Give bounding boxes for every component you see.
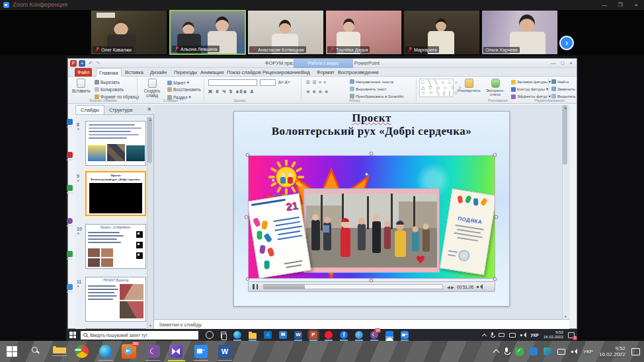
maximize-icon[interactable]: ❐	[614, 1, 626, 9]
slide-thumbnail-11[interactable]: ПРОЄКТ Ворening	[85, 277, 146, 322]
defender-shield-icon[interactable]	[515, 347, 524, 356]
slide-thumbnail-8[interactable]	[85, 121, 146, 166]
tray-keyboard-icon[interactable]	[499, 333, 504, 337]
local-language-indicator[interactable]: УКР	[583, 349, 593, 355]
notification-center-icon[interactable]: 1	[568, 332, 575, 338]
reset-button[interactable]: Восстановить	[167, 87, 201, 92]
desktop-icon[interactable]	[67, 185, 73, 191]
tab-format[interactable]: Формат	[314, 68, 337, 77]
desktop-icon[interactable]	[67, 152, 73, 158]
new-slide-button[interactable]: Создать слайд	[141, 79, 163, 98]
local-word-icon[interactable]: W	[218, 345, 231, 358]
selection-handle[interactable]	[493, 277, 497, 281]
shapes-gallery[interactable]: □ ╲ ╲ ○ □ ○ △ ▽ ◇ ○ ☆ ○ ☆ ─ ╲ ( ) ☆	[419, 79, 454, 97]
tab-view[interactable]: Вид	[298, 68, 313, 77]
tab-review[interactable]: Рецензирование	[260, 68, 303, 77]
canvas-scrollbar[interactable]: ▲ ▼	[562, 105, 569, 319]
tab-transitions[interactable]: Переходы	[171, 68, 200, 77]
viber-icon[interactable]: 10	[370, 331, 378, 339]
video-tile-active-speaker[interactable]: Альона Левшина	[169, 10, 246, 55]
tab-insert[interactable]: Вставка	[122, 68, 146, 77]
tray-chevron-icon[interactable]	[493, 349, 499, 356]
tray-app-icon-blue[interactable]	[530, 347, 538, 355]
zoom-app-taskbar-icon[interactable]	[401, 331, 409, 339]
cortana-icon[interactable]	[206, 331, 214, 339]
tray-mic-icon[interactable]	[491, 332, 494, 338]
layout-button[interactable]: Макет▾	[167, 80, 189, 85]
list-indent-buttons[interactable]: ☰ ☰ ≡ ≡	[306, 80, 327, 85]
align-text-button[interactable]: Выровнять текст	[350, 87, 387, 91]
scrollbar-thumb[interactable]	[147, 117, 152, 163]
task-view-icon[interactable]	[221, 332, 226, 338]
local-edge-icon[interactable]	[99, 345, 112, 358]
font-style-buttons[interactable]: Ж К Ч S абв А	[208, 89, 255, 94]
arrange-button[interactable]: Упорядочить	[457, 79, 481, 92]
mail-icon[interactable]: ✉	[279, 331, 287, 339]
scrollbar-thumb[interactable]	[563, 105, 567, 164]
tray-chevron-icon[interactable]	[482, 333, 487, 338]
desktop-icon[interactable]	[67, 284, 73, 290]
browser-globe-icon[interactable]	[355, 331, 363, 339]
current-slide[interactable]: Проєкт Волонтерський рух «Добрі сердечка…	[233, 111, 510, 307]
chrome-icon[interactable]	[75, 345, 89, 358]
ppt-minimize-icon[interactable]: —	[550, 60, 555, 66]
replace-button[interactable]: Заменить	[551, 87, 575, 91]
local-zoom-icon[interactable]	[194, 345, 208, 358]
mail-client-icon[interactable]: 293	[122, 344, 136, 359]
desktop-icon[interactable]	[67, 251, 73, 257]
notes-pane[interactable]: Заметки к слайду	[154, 319, 569, 330]
desktop-icon[interactable]	[67, 119, 73, 125]
local-file-explorer-icon[interactable]	[53, 347, 66, 353]
ppt-maximize-icon[interactable]: □	[561, 60, 564, 66]
grow-shrink-font-buttons[interactable]: A˄ A˅	[278, 80, 290, 85]
movie-maker-icon-active[interactable]	[169, 345, 182, 358]
video-progress-track[interactable]	[263, 284, 443, 289]
tab-design[interactable]: Дизайн	[147, 68, 169, 77]
file-explorer-icon[interactable]	[249, 333, 257, 339]
edge-icon[interactable]	[233, 331, 241, 339]
select-button[interactable]: Выделить	[551, 94, 576, 98]
close-icon[interactable]: ×	[630, 1, 642, 9]
tab-slideshow[interactable]: Показ слайдов	[224, 68, 264, 77]
tab-slides-thumbnails[interactable]: Слайды	[75, 105, 104, 114]
scroll-down-icon[interactable]: ▼	[563, 314, 568, 318]
video-tile[interactable]: Маргарита	[403, 10, 480, 55]
tab-file[interactable]: Файл	[75, 68, 92, 77]
panel-close-icon[interactable]: ✕	[147, 106, 151, 112]
selection-handle[interactable]	[370, 152, 373, 155]
selection-handle[interactable]	[495, 215, 498, 219]
volume-icon[interactable]	[477, 284, 483, 289]
tray-volume-icon[interactable]	[520, 332, 526, 338]
minimize-icon[interactable]: —	[598, 1, 610, 9]
powerpoint-icon-active[interactable]: P	[309, 331, 317, 339]
cut-button[interactable]: Вырезать	[95, 80, 120, 85]
start-button[interactable]	[69, 332, 76, 338]
scroll-up-icon[interactable]: ▲	[148, 118, 153, 122]
desktop-icon[interactable]	[67, 218, 73, 224]
alignment-buttons[interactable]: ≣ ≣ ≣ ≣	[306, 89, 329, 94]
tab-playback[interactable]: Воспроизведение	[335, 68, 382, 77]
find-button[interactable]: Найти	[551, 79, 569, 84]
local-start-button[interactable]	[7, 346, 17, 357]
tray-network-icon[interactable]	[557, 349, 565, 355]
text-direction-button[interactable]: Направление текста	[350, 79, 393, 84]
local-search-icon[interactable]	[32, 347, 45, 360]
shape-fill-button[interactable]: Заливка фигуры▾	[511, 79, 551, 85]
slide-thumbnail-10[interactable]: Проєкт «О-МанМейк»	[85, 224, 146, 269]
frame-back-forward-icons[interactable]: ◀ ▶	[447, 285, 454, 289]
ppt-close-icon[interactable]: ×	[569, 60, 573, 66]
facebook-icon[interactable]: f	[340, 331, 348, 339]
store-icon[interactable]: ⌂	[264, 331, 272, 339]
selection-handle[interactable]	[370, 279, 373, 282]
scroll-up-icon[interactable]: ▲	[563, 106, 568, 110]
tray-mic-icon[interactable]	[504, 347, 509, 355]
local-viber-icon[interactable]	[147, 345, 160, 358]
selection-handle[interactable]	[245, 215, 248, 219]
embedded-video-frame[interactable]: 21	[248, 155, 495, 279]
tray-display-icon[interactable]	[509, 333, 516, 338]
opera-icon[interactable]	[325, 331, 333, 339]
video-tile[interactable]: Трулёва Дарья	[325, 10, 402, 55]
quick-styles-button[interactable]: Экспресс-стили	[482, 79, 508, 96]
local-notification-center-icon[interactable]	[631, 348, 640, 355]
panel-scrollbar[interactable]: ▲ ▼	[147, 117, 153, 328]
